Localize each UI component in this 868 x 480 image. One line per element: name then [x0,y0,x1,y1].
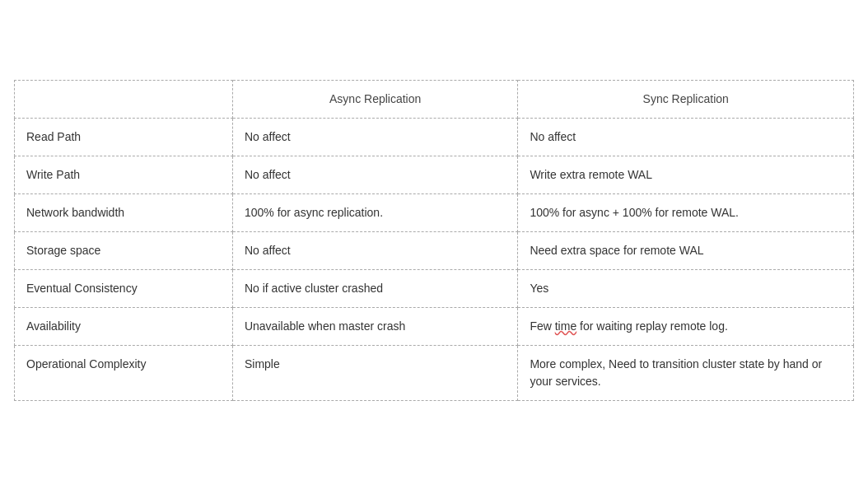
row-sync-value: 100% for async + 100% for remote WAL. [518,193,854,231]
header-async: Async Replication [232,80,517,118]
row-sync-value: More complex, Need to transition cluster… [518,345,854,400]
row-async-value: No affect [232,118,517,156]
underlined-word: time [555,319,576,333]
row-label: Availability [15,307,233,345]
row-sync-value: Few time for waiting replay remote log. [518,307,854,345]
row-label: Eventual Consistency [15,269,233,307]
row-async-value: Unavailable when master crash [232,307,517,345]
row-label: Storage space [15,231,233,269]
row-sync-value: Write extra remote WAL [518,156,854,193]
header-row: Async Replication Sync Replication [15,80,854,118]
header-label [15,80,233,118]
table-row: AvailabilityUnavailable when master cras… [15,307,854,345]
table-row: Eventual ConsistencyNo if active cluster… [15,269,854,307]
table-row: Write PathNo affectWrite extra remote WA… [15,156,854,193]
table-row: Read PathNo affectNo affect [15,118,854,156]
row-label: Read Path [15,118,233,156]
row-sync-value: Yes [518,269,854,307]
table-row: Storage spaceNo affectNeed extra space f… [15,231,854,269]
table-row: Network bandwidth100% for async replicat… [15,193,854,231]
row-label: Write Path [15,156,233,193]
row-sync-value: Need extra space for remote WAL [518,231,854,269]
row-label: Network bandwidth [15,193,233,231]
row-async-value: No if active cluster crashed [232,269,517,307]
comparison-table: Async Replication Sync Replication Read … [14,80,854,401]
row-async-value: No affect [232,156,517,193]
row-async-value: Simple [232,345,517,400]
row-sync-value: No affect [518,118,854,156]
comparison-table-wrapper: Async Replication Sync Replication Read … [14,80,854,401]
header-sync: Sync Replication [518,80,854,118]
row-label: Operational Complexity [15,345,233,400]
table-row: Operational ComplexitySimpleMore complex… [15,345,854,400]
row-async-value: No affect [232,231,517,269]
row-async-value: 100% for async replication. [232,193,517,231]
